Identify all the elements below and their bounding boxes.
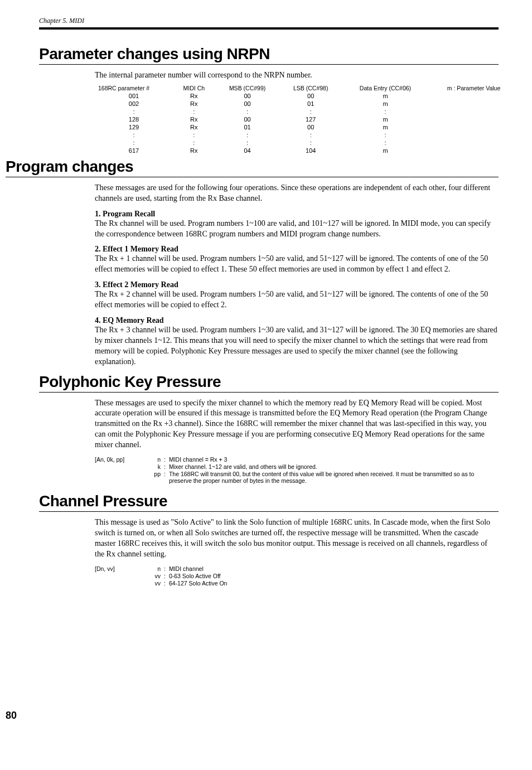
cell: m (342, 115, 429, 123)
cell: : (279, 131, 341, 139)
poly-key-intro: These messages are used to specify the m… (95, 398, 499, 451)
cell: 00 (215, 100, 280, 108)
table-row: 128Rx00127m (95, 115, 519, 123)
def-text: MIDI channel (169, 565, 204, 572)
msg-def: vv:64-127 Solo Active On (149, 580, 227, 587)
sym: vv (149, 580, 164, 587)
th-midich: MIDI Ch (173, 84, 215, 92)
sym: n (149, 565, 164, 572)
cell: m (342, 92, 429, 100)
cell: 00 (279, 123, 341, 131)
table-row: 129Rx0100m (95, 123, 519, 131)
cell: : (279, 139, 341, 147)
heading-poly-key-pressure: Polyphonic Key Pressure (39, 373, 499, 391)
cell: Rx (173, 100, 215, 108)
msg-def: k:Mixer channel. 1~12 are valid, and oth… (149, 463, 481, 470)
cell: 00 (215, 92, 280, 100)
th-param: 168RC parameter # (95, 84, 173, 92)
cell (429, 131, 519, 139)
colon: : (164, 456, 169, 463)
cell: 129 (95, 123, 173, 131)
colon: : (164, 471, 169, 484)
table-row: 001Rx0000m (95, 92, 519, 100)
sym: n (149, 456, 164, 463)
cell (429, 108, 519, 115)
sub-effect2: 3. Effect 2 Memory Read (95, 280, 499, 289)
nrpn-table: 168RC parameter # MIDI Ch MSB (CC#99) LS… (95, 84, 519, 154)
msg-bytes: [An, 0k, pp] (95, 456, 139, 485)
cell: 00 (215, 115, 280, 123)
sub-effect1-text: The Rx + 1 channel will be used. Program… (95, 254, 499, 275)
colon: : (164, 573, 169, 579)
cell (429, 147, 519, 154)
cell: : (95, 108, 173, 115)
cell (429, 123, 519, 131)
heading-program-changes: Program changes (6, 158, 499, 176)
cell: : (279, 108, 341, 115)
header-rule (39, 27, 499, 30)
program-changes-intro: These messages are used for the followin… (95, 183, 499, 204)
th-value: m : Parameter Value (429, 84, 519, 92)
cell: 01 (279, 100, 341, 108)
cell: Rx (173, 115, 215, 123)
cell: : (95, 139, 173, 147)
def-text: 0-63 Solo Active Off (169, 573, 221, 579)
sub-program-recall: 1. Program Recall (95, 210, 499, 219)
cell: 001 (95, 92, 173, 100)
cell: 002 (95, 100, 173, 108)
nrpn-intro: The internal parameter number will corre… (95, 70, 499, 81)
table-row: ::::: (95, 131, 519, 139)
channel-pressure-message-spec: [Dn, vv] n:MIDI channel vv:0-63 Solo Act… (95, 565, 499, 587)
cell: Rx (173, 123, 215, 131)
sym: k (149, 463, 164, 470)
cell: 617 (95, 147, 173, 154)
page-number: 80 (6, 710, 499, 721)
th-data: Data Entry (CC#06) (342, 84, 429, 92)
cell: 128 (95, 115, 173, 123)
cell: Rx (173, 147, 215, 154)
cell (429, 100, 519, 108)
heading-underline (39, 64, 499, 65)
sub-effect1: 2. Effect 1 Memory Read (95, 245, 499, 254)
msg-def: n:MIDI channel = Rx + 3 (149, 456, 481, 463)
cell: : (215, 131, 280, 139)
colon: : (164, 580, 169, 587)
cell: : (95, 131, 173, 139)
def-text: Mixer channel. 1~12 are valid, and other… (169, 463, 317, 470)
cell: m (342, 123, 429, 131)
def-text: MIDI channel = Rx + 3 (169, 456, 227, 463)
table-row: 002Rx0001m (95, 100, 519, 108)
th-lsb: LSB (CC#98) (279, 84, 341, 92)
cell: 127 (279, 115, 341, 123)
cell: Rx (173, 92, 215, 100)
th-msb: MSB (CC#99) (215, 84, 280, 92)
table-row: 617Rx04104m (95, 147, 519, 154)
sub-eq-memory-text: The Rx + 3 channel will be used. Program… (95, 325, 499, 367)
cell: 04 (215, 147, 280, 154)
msg-def: pp:The 168RC will transmit 00, but the c… (149, 471, 481, 484)
heading-channel-pressure: Channel Pressure (39, 492, 499, 510)
msg-def: vv:0-63 Solo Active Off (149, 573, 227, 579)
chapter-header: Chapter 5. MIDI (39, 17, 499, 25)
def-text: The 168RC will transmit 00, but the cont… (169, 471, 481, 484)
sym: vv (149, 573, 164, 579)
colon: : (164, 565, 169, 572)
cell: : (173, 131, 215, 139)
cell: m (342, 100, 429, 108)
poly-key-message-spec: [An, 0k, pp] n:MIDI channel = Rx + 3 k:M… (95, 456, 499, 485)
channel-pressure-intro: This message is used as "Solo Active" to… (95, 517, 499, 560)
heading-nrpn: Parameter changes using NRPN (39, 45, 499, 63)
sym: pp (149, 471, 164, 484)
cell (429, 115, 519, 123)
table-header: 168RC parameter # MIDI Ch MSB (CC#99) LS… (95, 84, 519, 92)
def-text: 64-127 Solo Active On (169, 580, 227, 587)
sub-effect2-text: The Rx + 2 channel will be used. Program… (95, 289, 499, 311)
cell: : (173, 108, 215, 115)
cell (429, 139, 519, 147)
cell (429, 92, 519, 100)
heading-underline (6, 177, 499, 177)
sub-eq-memory: 4. EQ Memory Read (95, 316, 499, 325)
heading-underline (39, 392, 499, 393)
cell: 104 (279, 147, 341, 154)
cell: : (215, 108, 280, 115)
